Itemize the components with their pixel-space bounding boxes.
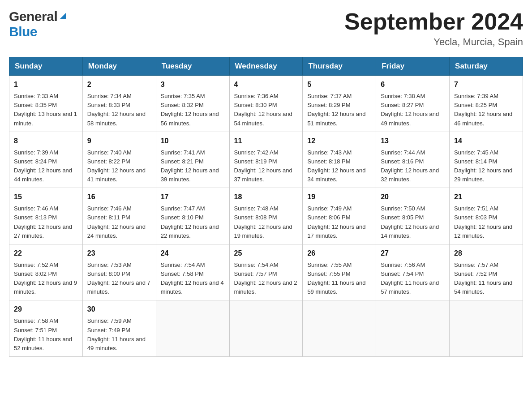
month-title: September 2024 (344, 9, 523, 34)
day-info: Sunrise: 7:54 AMSunset: 7:57 PMDaylight:… (234, 261, 298, 297)
day-info: Sunrise: 7:51 AMSunset: 8:03 PMDaylight:… (454, 204, 518, 240)
day-number: 4 (234, 79, 298, 90)
day-number: 17 (161, 192, 225, 202)
day-number: 28 (454, 248, 518, 259)
day-number: 7 (454, 79, 518, 90)
table-row: 21Sunrise: 7:51 AMSunset: 8:03 PMDayligh… (450, 188, 523, 244)
day-info: Sunrise: 7:54 AMSunset: 7:58 PMDaylight:… (161, 261, 225, 297)
day-number: 23 (87, 248, 151, 259)
day-info: Sunrise: 7:37 AMSunset: 8:29 PMDaylight:… (307, 92, 371, 128)
table-row: 23Sunrise: 7:53 AMSunset: 8:00 PMDayligh… (82, 244, 156, 300)
table-row: 3Sunrise: 7:35 AMSunset: 8:32 PMDaylight… (156, 76, 229, 132)
calendar-table: Sunday Monday Tuesday Wednesday Thursday… (9, 57, 523, 357)
col-wednesday: Wednesday (229, 57, 303, 76)
day-number: 8 (14, 136, 78, 146)
table-row: 6Sunrise: 7:38 AMSunset: 8:27 PMDaylight… (376, 76, 450, 132)
day-number: 25 (234, 248, 298, 259)
day-info: Sunrise: 7:46 AMSunset: 8:11 PMDaylight:… (87, 204, 151, 240)
table-row: 1Sunrise: 7:33 AMSunset: 8:35 PMDaylight… (9, 76, 83, 132)
table-row: 4Sunrise: 7:36 AMSunset: 8:30 PMDaylight… (229, 76, 303, 132)
calendar-week-row: 22Sunrise: 7:52 AMSunset: 8:02 PMDayligh… (9, 244, 523, 300)
calendar-week-row: 8Sunrise: 7:39 AMSunset: 8:24 PMDaylight… (9, 132, 523, 188)
day-info: Sunrise: 7:39 AMSunset: 8:25 PMDaylight:… (454, 92, 518, 128)
day-info: Sunrise: 7:55 AMSunset: 7:55 PMDaylight:… (307, 261, 371, 297)
table-row: 12Sunrise: 7:43 AMSunset: 8:18 PMDayligh… (303, 132, 376, 188)
day-info: Sunrise: 7:59 AMSunset: 7:49 PMDaylight:… (87, 317, 151, 353)
day-number: 10 (161, 136, 225, 146)
table-row: 27Sunrise: 7:56 AMSunset: 7:54 PMDayligh… (376, 244, 450, 300)
day-number: 6 (381, 79, 445, 90)
day-info: Sunrise: 7:43 AMSunset: 8:18 PMDaylight:… (307, 148, 371, 184)
table-row: 22Sunrise: 7:52 AMSunset: 8:02 PMDayligh… (9, 244, 83, 300)
table-row (229, 300, 303, 357)
calendar-week-row: 1Sunrise: 7:33 AMSunset: 8:35 PMDaylight… (9, 76, 523, 132)
logo-triangle-icon (58, 11, 68, 21)
day-info: Sunrise: 7:38 AMSunset: 8:27 PMDaylight:… (381, 92, 445, 128)
table-row: 19Sunrise: 7:49 AMSunset: 8:06 PMDayligh… (303, 188, 376, 244)
day-number: 19 (307, 192, 371, 202)
day-number: 22 (14, 248, 78, 259)
day-info: Sunrise: 7:50 AMSunset: 8:05 PMDaylight:… (381, 204, 445, 240)
day-info: Sunrise: 7:58 AMSunset: 7:51 PMDaylight:… (14, 317, 78, 353)
table-row: 11Sunrise: 7:42 AMSunset: 8:19 PMDayligh… (229, 132, 303, 188)
day-info: Sunrise: 7:45 AMSunset: 8:14 PMDaylight:… (454, 148, 518, 184)
table-row: 2Sunrise: 7:34 AMSunset: 8:33 PMDaylight… (82, 76, 156, 132)
table-row (376, 300, 450, 357)
calendar-week-row: 29Sunrise: 7:58 AMSunset: 7:51 PMDayligh… (9, 300, 523, 357)
table-row: 14Sunrise: 7:45 AMSunset: 8:14 PMDayligh… (450, 132, 523, 188)
table-row: 15Sunrise: 7:46 AMSunset: 8:13 PMDayligh… (9, 188, 83, 244)
day-number: 11 (234, 136, 298, 146)
location: Yecla, Murcia, Spain (344, 36, 523, 48)
table-row: 16Sunrise: 7:46 AMSunset: 8:11 PMDayligh… (82, 188, 156, 244)
table-row: 9Sunrise: 7:40 AMSunset: 8:22 PMDaylight… (82, 132, 156, 188)
calendar-week-row: 15Sunrise: 7:46 AMSunset: 8:13 PMDayligh… (9, 188, 523, 244)
page-header: General Blue September 2024 Yecla, Murci… (9, 9, 523, 48)
day-number: 13 (381, 136, 445, 146)
logo: General Blue (9, 9, 68, 39)
table-row (450, 300, 523, 357)
col-friday: Friday (376, 57, 450, 76)
day-number: 30 (87, 304, 151, 315)
day-info: Sunrise: 7:36 AMSunset: 8:30 PMDaylight:… (234, 92, 298, 128)
logo-blue-text: Blue (9, 24, 37, 39)
day-info: Sunrise: 7:47 AMSunset: 8:10 PMDaylight:… (161, 204, 225, 240)
table-row: 18Sunrise: 7:48 AMSunset: 8:08 PMDayligh… (229, 188, 303, 244)
day-number: 18 (234, 192, 298, 202)
day-info: Sunrise: 7:42 AMSunset: 8:19 PMDaylight:… (234, 148, 298, 184)
table-row: 25Sunrise: 7:54 AMSunset: 7:57 PMDayligh… (229, 244, 303, 300)
table-row: 20Sunrise: 7:50 AMSunset: 8:05 PMDayligh… (376, 188, 450, 244)
day-info: Sunrise: 7:34 AMSunset: 8:33 PMDaylight:… (87, 92, 151, 128)
table-row: 29Sunrise: 7:58 AMSunset: 7:51 PMDayligh… (9, 300, 83, 357)
day-info: Sunrise: 7:46 AMSunset: 8:13 PMDaylight:… (14, 204, 78, 240)
day-number: 16 (87, 192, 151, 202)
col-tuesday: Tuesday (156, 57, 229, 76)
title-block: September 2024 Yecla, Murcia, Spain (344, 9, 523, 48)
day-info: Sunrise: 7:48 AMSunset: 8:08 PMDaylight:… (234, 204, 298, 240)
table-row: 8Sunrise: 7:39 AMSunset: 8:24 PMDaylight… (9, 132, 83, 188)
table-row: 30Sunrise: 7:59 AMSunset: 7:49 PMDayligh… (82, 300, 156, 357)
col-sunday: Sunday (9, 57, 83, 76)
day-number: 26 (307, 248, 371, 259)
table-row: 24Sunrise: 7:54 AMSunset: 7:58 PMDayligh… (156, 244, 229, 300)
day-info: Sunrise: 7:33 AMSunset: 8:35 PMDaylight:… (14, 92, 78, 128)
logo-general-text: General (9, 9, 57, 24)
day-number: 15 (14, 192, 78, 202)
day-number: 2 (87, 79, 151, 90)
day-info: Sunrise: 7:40 AMSunset: 8:22 PMDaylight:… (87, 148, 151, 184)
day-number: 20 (381, 192, 445, 202)
col-thursday: Thursday (303, 57, 376, 76)
day-info: Sunrise: 7:56 AMSunset: 7:54 PMDaylight:… (381, 261, 445, 297)
day-info: Sunrise: 7:52 AMSunset: 8:02 PMDaylight:… (14, 261, 78, 297)
day-number: 12 (307, 136, 371, 146)
day-info: Sunrise: 7:39 AMSunset: 8:24 PMDaylight:… (14, 148, 78, 184)
col-monday: Monday (82, 57, 156, 76)
table-row: 7Sunrise: 7:39 AMSunset: 8:25 PMDaylight… (450, 76, 523, 132)
table-row (303, 300, 376, 357)
day-info: Sunrise: 7:44 AMSunset: 8:16 PMDaylight:… (381, 148, 445, 184)
table-row: 26Sunrise: 7:55 AMSunset: 7:55 PMDayligh… (303, 244, 376, 300)
table-row (156, 300, 229, 357)
col-saturday: Saturday (450, 57, 523, 76)
calendar-header-row: Sunday Monday Tuesday Wednesday Thursday… (9, 57, 523, 76)
day-number: 24 (161, 248, 225, 259)
table-row: 28Sunrise: 7:57 AMSunset: 7:52 PMDayligh… (450, 244, 523, 300)
